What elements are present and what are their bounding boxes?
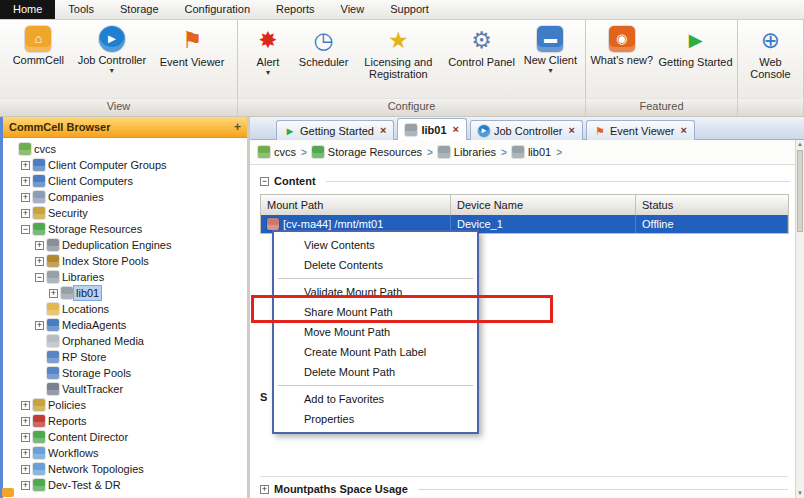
expand-plus-icon[interactable]: + [21, 465, 30, 474]
mountpaths-space-usage-header[interactable]: + Mountpaths Space Usage [260, 476, 788, 495]
expand-plus-icon[interactable]: + [35, 241, 44, 250]
tree-item-dev-test-dr[interactable]: +Dev-Test & DR [3, 477, 247, 493]
expand-plus-icon[interactable]: + [49, 289, 58, 298]
expand-plus-icon[interactable]: + [35, 321, 44, 330]
expand-plus-icon[interactable]: + [21, 449, 30, 458]
new-client-icon: ▬ [537, 26, 563, 52]
pin-icon[interactable]: + [234, 120, 241, 134]
expand-plus-icon[interactable]: + [21, 209, 30, 218]
context-menu-item-move-mount-path[interactable]: Move Mount Path [274, 322, 477, 342]
context-menu-item-delete-mount-path[interactable]: Delete Mount Path [274, 362, 477, 382]
expand-plus-icon[interactable]: + [21, 481, 30, 490]
tab-getting-started[interactable]: ►Getting Started× [276, 120, 394, 140]
tree-item-label: Index Store Pools [59, 254, 152, 268]
toolbar-group-labels: ViewConfigureFeatured [0, 98, 804, 117]
tab-event-viewer[interactable]: ⚑Event Viewer× [586, 120, 695, 140]
commcell-tree: cvcs+Client Computer Groups+Client Compu… [3, 138, 247, 498]
scrollbar-thumb[interactable] [797, 150, 803, 232]
toolbar-button-label: Alert [257, 56, 280, 68]
menu-item-support[interactable]: Support [377, 0, 442, 19]
column-header-status[interactable]: Status [636, 195, 788, 215]
tree-item-orphaned-media[interactable]: Orphaned Media [3, 333, 247, 349]
context-menu-item-properties[interactable]: Properties [274, 409, 477, 429]
menu-item-tools[interactable]: Tools [55, 0, 107, 19]
expand-plus-icon[interactable]: + [21, 161, 30, 170]
tree-item-deduplication-engines[interactable]: +Deduplication Engines [3, 237, 247, 253]
tree-item-label: Policies [45, 398, 89, 412]
expand-plus-icon[interactable]: + [21, 433, 30, 442]
breadcrumb-item-storage-resources[interactable]: Storage Resources [312, 146, 422, 158]
tree-item-locations[interactable]: Locations [3, 301, 247, 317]
tab-lib01[interactable]: lib01× [397, 118, 467, 140]
menu-item-view[interactable]: View [328, 0, 378, 19]
toolbar-button-event-viewer[interactable]: ⚑Event Viewer [159, 24, 226, 70]
expand-plus-icon[interactable]: + [35, 257, 44, 266]
toolbar-button-what-s-new[interactable]: ◉What's new? [589, 24, 654, 68]
toolbar-button-control-panel[interactable]: ⚙Control Panel [447, 24, 516, 70]
tree-item-policies[interactable]: +Policies [3, 397, 247, 413]
tab-close-icon[interactable]: × [568, 125, 574, 136]
column-header-mount-path[interactable]: Mount Path [261, 195, 451, 215]
expand-plus-icon[interactable]: + [21, 193, 30, 202]
scroll-down-icon[interactable]: ▼ [796, 489, 804, 498]
tree-item-libraries[interactable]: −Libraries [3, 269, 247, 285]
tab-job-controller[interactable]: ►Job Controller× [470, 120, 583, 140]
expand-plus-icon[interactable]: + [21, 401, 30, 410]
tree-item-label: Companies [45, 190, 107, 204]
menu-item-home[interactable]: Home [0, 0, 55, 19]
breadcrumb-item-lib01[interactable]: lib01 [512, 146, 551, 158]
toolbar-button-label: Web Console [739, 56, 802, 80]
context-menu-item-validate-mount-path[interactable]: Validate Mount Path [274, 282, 477, 302]
context-menu-item-delete-contents[interactable]: Delete Contents [274, 255, 477, 275]
menu-item-reports[interactable]: Reports [263, 0, 328, 19]
tree-item-client-computer-groups[interactable]: +Client Computer Groups [3, 157, 247, 173]
toolbar-button-job-controller[interactable]: ►Job Controller▾ [77, 24, 147, 77]
tree-item-index-store-pools[interactable]: +Index Store Pools [3, 253, 247, 269]
tree-item-network-topologies[interactable]: +Network Topologies [3, 461, 247, 477]
tree-item-storage-pools[interactable]: Storage Pools [3, 365, 247, 381]
column-header-device-name[interactable]: Device Name [451, 195, 636, 215]
tree-item-workflows[interactable]: +Workflows [3, 445, 247, 461]
scroll-up-icon[interactable]: ▲ [796, 140, 804, 149]
toolbar-group-label-configure: Configure [238, 99, 586, 116]
collapse-minus-icon[interactable]: − [35, 273, 44, 282]
tree-item-rp-store[interactable]: RP Store [3, 349, 247, 365]
tree-item-lib01[interactable]: +lib01 [3, 285, 247, 301]
tree-item-mediaagents[interactable]: +MediaAgents [3, 317, 247, 333]
menu-item-configuration[interactable]: Configuration [172, 0, 263, 19]
context-menu-item-create-mount-path-label[interactable]: Create Mount Path Label [274, 342, 477, 362]
tree-item-reports[interactable]: +Reports [3, 413, 247, 429]
context-menu-item-share-mount-path[interactable]: Share Mount Path [274, 302, 477, 322]
toolbar-button-licensing-and-registration[interactable]: ★Licensing and Registration [356, 24, 440, 82]
tree-item-cvcs[interactable]: cvcs [3, 141, 247, 157]
tree-item-content-director[interactable]: +Content Director [3, 429, 247, 445]
expand-plus-icon[interactable]: + [260, 485, 269, 494]
content-section-header[interactable]: − Content [260, 175, 790, 187]
tree-item-security[interactable]: +Security [3, 205, 247, 221]
toolbar-button-scheduler[interactable]: ◷Scheduler [298, 24, 350, 70]
toolbar-button-web-console[interactable]: ⊕Web Console [738, 24, 803, 82]
tab-close-icon[interactable]: × [680, 125, 686, 136]
toolbar-button-alert[interactable]: ✸Alert▾ [245, 24, 291, 79]
breadcrumb-separator-icon: > [501, 147, 507, 158]
breadcrumb-item-libraries[interactable]: Libraries [438, 146, 496, 158]
vertical-scrollbar[interactable]: ▲ ▼ [795, 140, 804, 498]
tab-close-icon[interactable]: × [380, 125, 386, 136]
tree-item-client-computers[interactable]: +Client Computers [3, 173, 247, 189]
toolbar-button-getting-started[interactable]: ►Getting Started [658, 24, 734, 70]
expand-plus-icon[interactable]: + [21, 177, 30, 186]
collapse-minus-icon[interactable]: − [21, 225, 30, 234]
breadcrumb-item-cvcs[interactable]: cvcs [258, 146, 296, 158]
expand-plus-icon[interactable]: + [21, 417, 30, 426]
toolbar-button-new-client[interactable]: ▬New Client▾ [523, 24, 578, 77]
menu-item-storage[interactable]: Storage [107, 0, 172, 19]
toolbar-button-commcell[interactable]: ⌂CommCell [12, 24, 65, 68]
hidden-section-label: S [260, 391, 267, 403]
tab-close-icon[interactable]: × [453, 124, 459, 135]
collapse-minus-icon[interactable]: − [260, 177, 269, 186]
tree-item-storage-resources[interactable]: −Storage Resources [3, 221, 247, 237]
context-menu-item-add-to-favorites[interactable]: Add to Favorites [274, 389, 477, 409]
tree-item-vaulttracker[interactable]: VaultTracker [3, 381, 247, 397]
context-menu-item-view-contents[interactable]: View Contents [274, 235, 477, 255]
tree-item-companies[interactable]: +Companies [3, 189, 247, 205]
